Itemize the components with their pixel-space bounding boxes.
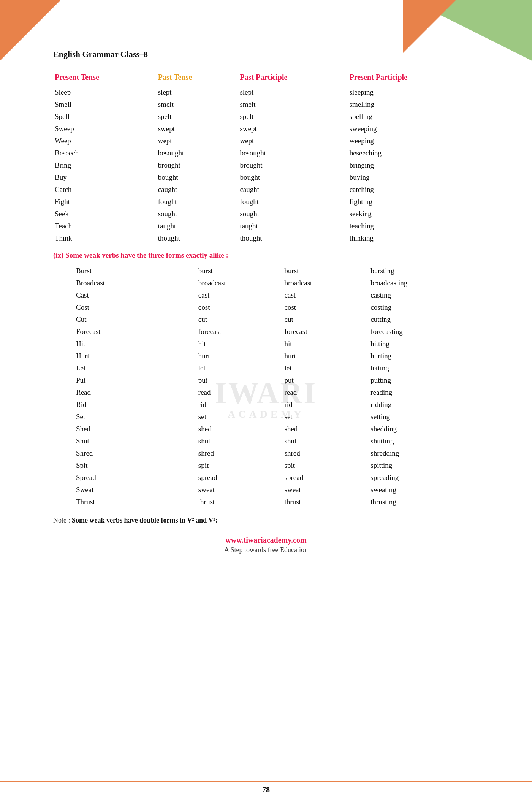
verb-past: smelt bbox=[157, 98, 239, 111]
verb-past: cast bbox=[197, 289, 283, 301]
verb-past-part: wept bbox=[238, 135, 348, 147]
table-row: Weep wept wept weeping bbox=[53, 135, 479, 147]
verb-past: taught bbox=[157, 220, 239, 232]
verb-present-part: costing bbox=[369, 301, 479, 314]
verb-past-part: smelt bbox=[238, 98, 348, 111]
verb-past-part: thrust bbox=[283, 496, 369, 508]
verb-past: shred bbox=[197, 447, 283, 459]
verb-present-part: sleeping bbox=[348, 86, 479, 98]
verb-past-part: set bbox=[283, 411, 369, 423]
verb-present: Catch bbox=[53, 184, 157, 196]
verb-present-part: catching bbox=[348, 184, 479, 196]
verb-past-part: brought bbox=[238, 159, 348, 171]
verb-past-part: bought bbox=[238, 171, 348, 184]
verb-present-part: bursting bbox=[369, 265, 479, 277]
verb-past: sought bbox=[157, 208, 239, 220]
verb-present-part: fighting bbox=[348, 196, 479, 208]
verb-past: spread bbox=[197, 472, 283, 484]
verb-present: Beseech bbox=[53, 147, 157, 159]
verb-past: slept bbox=[157, 86, 239, 98]
verb-past-part: slept bbox=[238, 86, 348, 98]
col-header-present: Present Tense bbox=[53, 70, 157, 86]
verb-present-part: shutting bbox=[369, 435, 479, 447]
verb-past-part: fought bbox=[238, 196, 348, 208]
verb-present-part: reading bbox=[369, 386, 479, 399]
verb-past: shut bbox=[197, 435, 283, 447]
verb-past: broadcast bbox=[197, 277, 283, 289]
table-row: Spread spread spread spreading bbox=[53, 472, 479, 484]
corner-decoration-right-orange bbox=[403, 0, 456, 53]
verb-present: Sleep bbox=[53, 86, 157, 98]
table-row: Buy bought bought buying bbox=[53, 171, 479, 184]
verb-present: Rid bbox=[53, 399, 197, 411]
verb-past: fought bbox=[157, 196, 239, 208]
table-row: Sleep slept slept sleeping bbox=[53, 86, 479, 98]
table-row: Smell smelt smelt smelling bbox=[53, 98, 479, 111]
verb-past: spit bbox=[197, 459, 283, 472]
verb-present-part: shredding bbox=[369, 447, 479, 459]
verb-present: Shred bbox=[53, 447, 197, 459]
verb-present-part: thinking bbox=[348, 232, 479, 244]
verb-past: thought bbox=[157, 232, 239, 244]
verb-present: Cast bbox=[53, 289, 197, 301]
table-row: Cut cut cut cutting bbox=[53, 314, 479, 326]
verb-present-part: spelling bbox=[348, 111, 479, 123]
verb-past-part: hurt bbox=[283, 350, 369, 362]
verb-past: let bbox=[197, 362, 283, 374]
verb-past: read bbox=[197, 386, 283, 399]
verb-present: Sweat bbox=[53, 484, 197, 496]
verb-present-part: teaching bbox=[348, 220, 479, 232]
table-row: Sweat sweat sweat sweating bbox=[53, 484, 479, 496]
verb-past: besought bbox=[157, 147, 239, 159]
verb-present-part: putting bbox=[369, 374, 479, 386]
verb-past-part: cost bbox=[283, 301, 369, 314]
verb-present-part: casting bbox=[369, 289, 479, 301]
verb-past-part: shed bbox=[283, 423, 369, 435]
verb-present-part: broadcasting bbox=[369, 277, 479, 289]
verb-present-part: smelling bbox=[348, 98, 479, 111]
verb-table-section1: Present Tense Past Tense Past Participle… bbox=[53, 70, 479, 244]
verb-past: hurt bbox=[197, 350, 283, 362]
table-row: Sweep swept swept sweeping bbox=[53, 123, 479, 135]
verb-present: Broadcast bbox=[53, 277, 197, 289]
verb-past: cut bbox=[197, 314, 283, 326]
verb-present: Sweep bbox=[53, 123, 157, 135]
verb-present: Hurt bbox=[53, 350, 197, 362]
verb-past-part: spelt bbox=[238, 111, 348, 123]
verb-present-part: spitting bbox=[369, 459, 479, 472]
verb-past: bought bbox=[157, 171, 239, 184]
verb-past-part: cast bbox=[283, 289, 369, 301]
verb-past: sweat bbox=[197, 484, 283, 496]
verb-past: hit bbox=[197, 338, 283, 350]
verb-past-part: caught bbox=[238, 184, 348, 196]
table-row: Put put put putting bbox=[53, 374, 479, 386]
verb-past-part: shut bbox=[283, 435, 369, 447]
table-row: Shred shred shred shredding bbox=[53, 447, 479, 459]
verb-present: Bring bbox=[53, 159, 157, 171]
table-row: Cast cast cast casting bbox=[53, 289, 479, 301]
table-row: Seek sought sought seeking bbox=[53, 208, 479, 220]
table-row: Shut shut shut shutting bbox=[53, 435, 479, 447]
verb-past-part: burst bbox=[283, 265, 369, 277]
table-row: Thrust thrust thrust thrusting bbox=[53, 496, 479, 508]
verb-past-part: thought bbox=[238, 232, 348, 244]
verb-past: brought bbox=[157, 159, 239, 171]
table-row: Broadcast broadcast broadcast broadcasti… bbox=[53, 277, 479, 289]
verb-present: Burst bbox=[53, 265, 197, 277]
verb-present-part: hitting bbox=[369, 338, 479, 350]
verb-table-section2: Burst burst burst bursting Broadcast bro… bbox=[53, 265, 479, 508]
verb-past-part: spread bbox=[283, 472, 369, 484]
verb-past-part: read bbox=[283, 386, 369, 399]
table-row: Cost cost cost costing bbox=[53, 301, 479, 314]
table-row: Let let let letting bbox=[53, 362, 479, 374]
verb-past-part: cut bbox=[283, 314, 369, 326]
table-row: Catch caught caught catching bbox=[53, 184, 479, 196]
verb-present: Buy bbox=[53, 171, 157, 184]
table-row: Fight fought fought fighting bbox=[53, 196, 479, 208]
verb-present-part: thrusting bbox=[369, 496, 479, 508]
verb-present-part: sweeping bbox=[348, 123, 479, 135]
footer-tagline: A Step towards free Education bbox=[53, 546, 479, 554]
bottom-note: Note : Some weak verbs have double forms… bbox=[53, 516, 479, 524]
verb-present: Cost bbox=[53, 301, 197, 314]
verb-present-part: forecasting bbox=[369, 326, 479, 338]
